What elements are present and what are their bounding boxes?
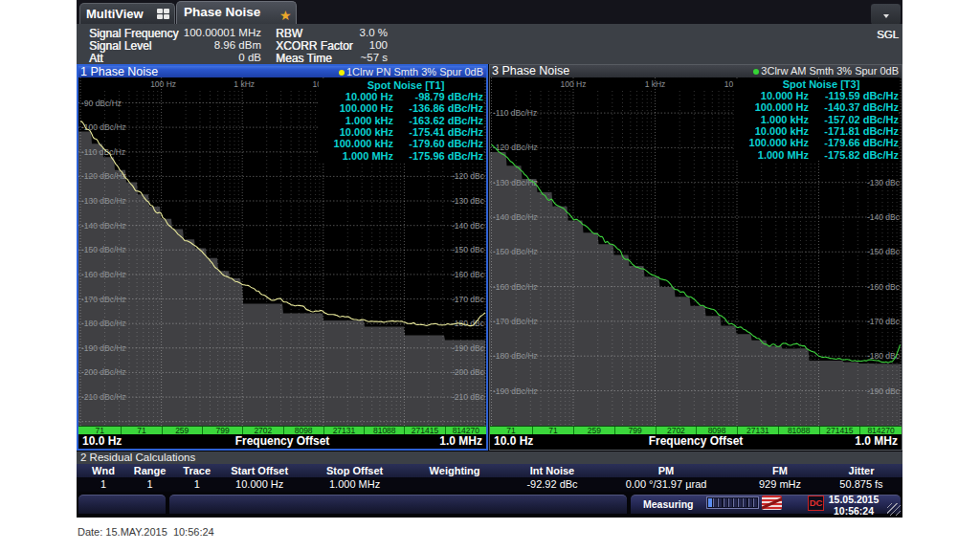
svg-text:-170 dBc: -170 dBc: [452, 294, 485, 303]
svg-text:-100 dBc/Hz: -100 dBc/Hz: [81, 122, 126, 132]
svg-text:-120 dBc/Hz: -120 dBc/Hz: [81, 171, 126, 181]
svg-text:-160 dBc/Hz: -160 dBc/Hz: [81, 269, 126, 278]
svg-text:-130 dBc/Hz: -130 dBc/Hz: [493, 177, 538, 187]
svg-text:-170 dBc/Hz: -170 dBc/Hz: [81, 294, 126, 303]
svg-text:-120 dBc: -120 dBc: [452, 171, 485, 181]
svg-text:-210 dBc/Hz: -210 dBc/Hz: [81, 392, 126, 402]
svg-text:100 Hz: 100 Hz: [561, 79, 587, 89]
svg-text:-110 dBc/Hz: -110 dBc/Hz: [493, 108, 537, 118]
svg-text:-130 dBc: -130 dBc: [867, 177, 901, 187]
svg-text:-210 dBc: -210 dBc: [452, 392, 485, 402]
svg-text:-160 dBc: -160 dBc: [452, 269, 485, 278]
svg-text:-130 dBc: -130 dBc: [452, 196, 485, 206]
svg-text:-190 dBc/Hz: -190 dBc/Hz: [81, 342, 126, 352]
svg-text:1 kHz: 1 kHz: [645, 79, 666, 89]
svg-text:-180 dBc/Hz: -180 dBc/Hz: [493, 351, 538, 361]
svg-text:-140 dBc: -140 dBc: [452, 220, 485, 230]
svg-text:100 Hz: 100 Hz: [150, 79, 176, 89]
svg-text:-170 dBc: -170 dBc: [867, 316, 901, 325]
svg-text:-180 dBc/Hz: -180 dBc/Hz: [81, 319, 126, 328]
svg-text:-160 dBc: -160 dBc: [867, 281, 901, 291]
svg-text:1 kHz: 1 kHz: [234, 79, 255, 89]
svg-text:-140 dBc/Hz: -140 dBc/Hz: [81, 220, 126, 230]
svg-text:-150 dBc/Hz: -150 dBc/Hz: [493, 247, 538, 256]
svg-text:-150 dBc/Hz: -150 dBc/Hz: [81, 245, 126, 254]
svg-text:-200 dBc/Hz: -200 dBc/Hz: [81, 367, 126, 377]
svg-text:-140 dBc/Hz: -140 dBc/Hz: [493, 212, 538, 222]
svg-text:-90 dBc/Hz: -90 dBc/Hz: [81, 98, 122, 107]
svg-text:-190 dBc: -190 dBc: [452, 342, 485, 352]
svg-text:-160 dBc/Hz: -160 dBc/Hz: [493, 281, 538, 291]
svg-text:-150 dBc: -150 dBc: [452, 245, 485, 254]
svg-text:-140 dBc: -140 dBc: [867, 212, 901, 222]
svg-text:-190 dBc/Hz: -190 dBc/Hz: [493, 386, 538, 395]
svg-text:-170 dBc/Hz: -170 dBc/Hz: [493, 316, 538, 325]
svg-text:-150 dBc: -150 dBc: [867, 247, 901, 256]
svg-text:-190 dBc: -190 dBc: [867, 386, 901, 395]
svg-text:-130 dBc/Hz: -130 dBc/Hz: [81, 196, 126, 206]
svg-text:-200 dBc: -200 dBc: [452, 367, 485, 377]
svg-text:-120 dBc/Hz: -120 dBc/Hz: [493, 143, 538, 152]
